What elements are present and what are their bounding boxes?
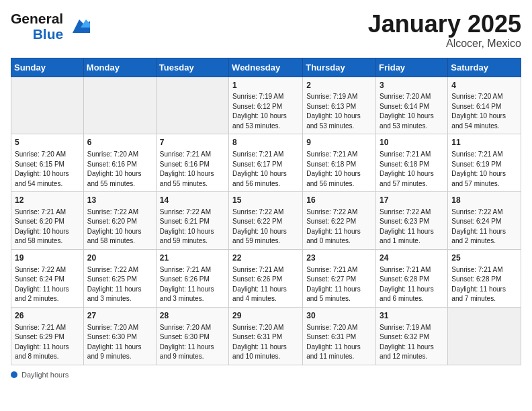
day-number: 21 — [160, 253, 225, 264]
calendar-cell: 27Sunrise: 7:20 AM Sunset: 6:30 PM Dayli… — [83, 307, 156, 365]
calendar-week-row: 26Sunrise: 7:21 AM Sunset: 6:29 PM Dayli… — [11, 307, 521, 365]
day-info: Sunrise: 7:21 AM Sunset: 6:16 PM Dayligh… — [160, 150, 225, 189]
calendar-cell: 9Sunrise: 7:21 AM Sunset: 6:18 PM Daylig… — [303, 134, 376, 192]
day-info: Sunrise: 7:22 AM Sunset: 6:20 PM Dayligh… — [87, 208, 152, 246]
day-info: Sunrise: 7:21 AM Sunset: 6:28 PM Dayligh… — [451, 265, 517, 304]
calendar-week-row: 12Sunrise: 7:21 AM Sunset: 6:20 PM Dayli… — [11, 192, 521, 250]
weekday-header: Sunday — [11, 58, 84, 77]
day-number: 4 — [451, 80, 517, 91]
day-number: 5 — [15, 137, 80, 148]
month-title: January 2025 — [368, 11, 521, 38]
day-number: 3 — [380, 80, 444, 91]
calendar-cell: 4Sunrise: 7:20 AM Sunset: 6:14 PM Daylig… — [448, 77, 521, 134]
calendar-cell: 28Sunrise: 7:20 AM Sunset: 6:30 PM Dayli… — [156, 307, 228, 365]
day-number: 6 — [87, 137, 152, 148]
day-info: Sunrise: 7:21 AM Sunset: 6:19 PM Dayligh… — [451, 150, 517, 189]
day-number: 22 — [232, 253, 299, 264]
day-info: Sunrise: 7:20 AM Sunset: 6:14 PM Dayligh… — [451, 92, 517, 131]
calendar-cell: 22Sunrise: 7:21 AM Sunset: 6:26 PM Dayli… — [229, 249, 303, 307]
day-info: Sunrise: 7:21 AM Sunset: 6:18 PM Dayligh… — [380, 150, 444, 189]
calendar-cell: 8Sunrise: 7:21 AM Sunset: 6:17 PM Daylig… — [229, 134, 303, 192]
day-number: 13 — [87, 195, 152, 206]
calendar-cell: 6Sunrise: 7:20 AM Sunset: 6:16 PM Daylig… — [83, 134, 156, 192]
day-number: 27 — [87, 310, 152, 322]
weekday-header: Wednesday — [229, 58, 303, 77]
day-info: Sunrise: 7:22 AM Sunset: 6:25 PM Dayligh… — [87, 265, 152, 304]
calendar-cell: 24Sunrise: 7:21 AM Sunset: 6:28 PM Dayli… — [376, 249, 448, 307]
day-number: 31 — [380, 310, 444, 322]
day-number: 18 — [451, 195, 517, 206]
calendar-header-row: SundayMondayTuesdayWednesdayThursdayFrid… — [11, 58, 521, 77]
calendar-cell: 30Sunrise: 7:20 AM Sunset: 6:31 PM Dayli… — [303, 307, 376, 365]
calendar-cell: 14Sunrise: 7:22 AM Sunset: 6:21 PM Dayli… — [156, 192, 228, 250]
day-info: Sunrise: 7:20 AM Sunset: 6:30 PM Dayligh… — [160, 323, 225, 362]
calendar-cell: 29Sunrise: 7:20 AM Sunset: 6:31 PM Dayli… — [229, 307, 303, 365]
calendar-cell: 15Sunrise: 7:22 AM Sunset: 6:22 PM Dayli… — [229, 192, 303, 250]
day-info: Sunrise: 7:21 AM Sunset: 6:27 PM Dayligh… — [306, 265, 372, 304]
day-number: 24 — [380, 253, 444, 264]
calendar-cell: 2Sunrise: 7:19 AM Sunset: 6:13 PM Daylig… — [303, 77, 376, 134]
calendar-cell: 25Sunrise: 7:21 AM Sunset: 6:28 PM Dayli… — [448, 249, 521, 307]
day-info: Sunrise: 7:22 AM Sunset: 6:24 PM Dayligh… — [15, 265, 80, 304]
footer-dot — [11, 371, 17, 378]
day-info: Sunrise: 7:20 AM Sunset: 6:16 PM Dayligh… — [87, 150, 152, 189]
logo-general: General — [11, 11, 63, 26]
day-info: Sunrise: 7:22 AM Sunset: 6:22 PM Dayligh… — [306, 208, 372, 246]
day-number: 12 — [15, 195, 80, 206]
day-info: Sunrise: 7:20 AM Sunset: 6:15 PM Dayligh… — [15, 150, 80, 189]
calendar-table: SundayMondayTuesdayWednesdayThursdayFrid… — [11, 58, 521, 365]
day-number: 20 — [87, 253, 152, 264]
weekday-header: Friday — [376, 58, 448, 77]
day-number: 28 — [160, 310, 225, 322]
day-info: Sunrise: 7:21 AM Sunset: 6:26 PM Dayligh… — [160, 265, 225, 304]
calendar-cell: 17Sunrise: 7:22 AM Sunset: 6:23 PM Dayli… — [376, 192, 448, 250]
day-number: 14 — [160, 195, 225, 206]
logo-blue: Blue — [33, 26, 64, 42]
calendar-cell — [83, 77, 156, 134]
calendar-cell: 13Sunrise: 7:22 AM Sunset: 6:20 PM Dayli… — [83, 192, 156, 250]
calendar-cell — [156, 77, 228, 134]
day-info: Sunrise: 7:21 AM Sunset: 6:17 PM Dayligh… — [232, 150, 299, 189]
day-info: Sunrise: 7:20 AM Sunset: 6:30 PM Dayligh… — [87, 323, 152, 362]
calendar-cell: 23Sunrise: 7:21 AM Sunset: 6:27 PM Dayli… — [303, 249, 376, 307]
calendar-cell: 10Sunrise: 7:21 AM Sunset: 6:18 PM Dayli… — [376, 134, 448, 192]
logo: General Blue — [11, 11, 90, 42]
day-info: Sunrise: 7:21 AM Sunset: 6:29 PM Dayligh… — [15, 323, 80, 362]
day-number: 29 — [232, 310, 299, 322]
calendar-cell: 20Sunrise: 7:22 AM Sunset: 6:25 PM Dayli… — [83, 249, 156, 307]
day-number: 30 — [306, 310, 372, 322]
calendar-cell: 31Sunrise: 7:19 AM Sunset: 6:32 PM Dayli… — [376, 307, 448, 365]
day-number: 25 — [451, 253, 517, 264]
day-info: Sunrise: 7:22 AM Sunset: 6:24 PM Dayligh… — [451, 208, 517, 246]
calendar-cell: 19Sunrise: 7:22 AM Sunset: 6:24 PM Dayli… — [11, 249, 84, 307]
calendar-cell: 16Sunrise: 7:22 AM Sunset: 6:22 PM Dayli… — [303, 192, 376, 250]
day-number: 11 — [451, 137, 517, 148]
day-number: 26 — [15, 310, 80, 322]
day-info: Sunrise: 7:21 AM Sunset: 6:18 PM Dayligh… — [306, 150, 372, 189]
day-number: 8 — [232, 137, 299, 148]
day-info: Sunrise: 7:21 AM Sunset: 6:26 PM Dayligh… — [232, 265, 299, 304]
page-header: General Blue January 2025 Alcocer, Mexic… — [11, 11, 521, 50]
day-number: 23 — [306, 253, 372, 264]
day-info: Sunrise: 7:21 AM Sunset: 6:20 PM Dayligh… — [15, 208, 80, 246]
day-number: 19 — [15, 253, 80, 264]
day-info: Sunrise: 7:20 AM Sunset: 6:31 PM Dayligh… — [306, 323, 372, 362]
day-info: Sunrise: 7:19 AM Sunset: 6:13 PM Dayligh… — [306, 92, 372, 131]
calendar-cell: 12Sunrise: 7:21 AM Sunset: 6:20 PM Dayli… — [11, 192, 84, 250]
calendar-cell: 7Sunrise: 7:21 AM Sunset: 6:16 PM Daylig… — [156, 134, 228, 192]
calendar-week-row: 19Sunrise: 7:22 AM Sunset: 6:24 PM Dayli… — [11, 249, 521, 307]
calendar-cell: 18Sunrise: 7:22 AM Sunset: 6:24 PM Dayli… — [448, 192, 521, 250]
calendar-cell: 26Sunrise: 7:21 AM Sunset: 6:29 PM Dayli… — [11, 307, 84, 365]
day-number: 10 — [380, 137, 444, 148]
weekday-header: Monday — [83, 58, 156, 77]
weekday-header: Thursday — [303, 58, 376, 77]
location: Alcocer, Mexico — [368, 38, 521, 50]
day-number: 17 — [380, 195, 444, 206]
calendar-cell: 5Sunrise: 7:20 AM Sunset: 6:15 PM Daylig… — [11, 134, 84, 192]
footer-label: Daylight hours — [21, 371, 69, 379]
calendar-cell: 21Sunrise: 7:21 AM Sunset: 6:26 PM Dayli… — [156, 249, 228, 307]
weekday-header: Tuesday — [156, 58, 228, 77]
calendar-cell: 11Sunrise: 7:21 AM Sunset: 6:19 PM Dayli… — [448, 134, 521, 192]
day-number: 7 — [160, 137, 225, 148]
day-info: Sunrise: 7:22 AM Sunset: 6:23 PM Dayligh… — [380, 208, 444, 246]
